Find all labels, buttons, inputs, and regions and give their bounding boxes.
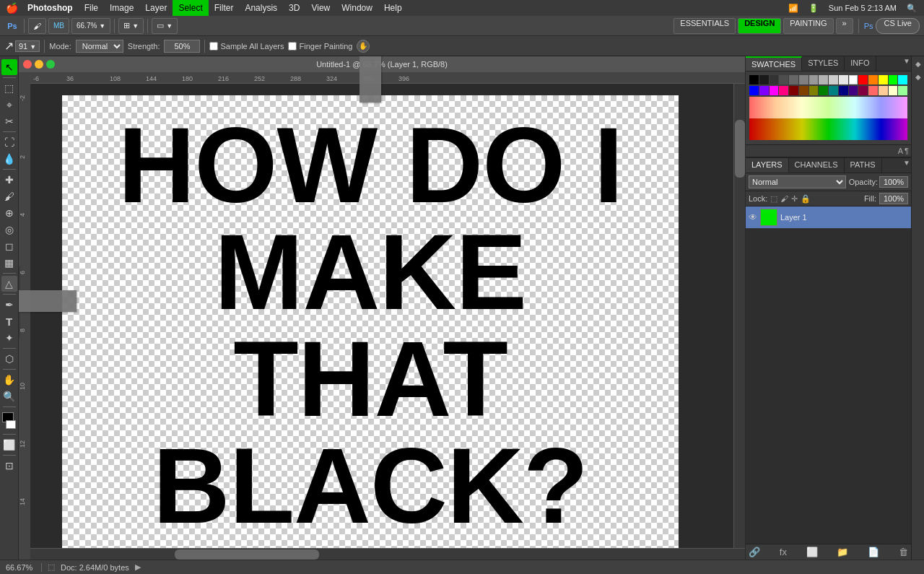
- panel-icon-2[interactable]: ¶: [905, 147, 909, 155]
- menu-image[interactable]: Image: [104, 0, 139, 16]
- swatch[interactable]: [759, 86, 769, 95]
- swatch[interactable]: [898, 86, 907, 95]
- swatch[interactable]: [770, 75, 779, 84]
- smudge-tool-icon[interactable]: ✋: [357, 40, 370, 53]
- finger-painting-checkbox[interactable]: [288, 42, 297, 51]
- swatch[interactable]: [789, 75, 798, 84]
- swatch[interactable]: [819, 75, 828, 84]
- menu-file[interactable]: File: [79, 0, 104, 16]
- brush-preset-picker[interactable]: 🖌: [28, 18, 46, 34]
- swatch[interactable]: [749, 75, 759, 84]
- menu-layer[interactable]: Layer: [139, 0, 173, 16]
- tool-healingbrush[interactable]: ✚: [1, 172, 17, 188]
- swatches-collapse[interactable]: ▼: [902, 56, 911, 65]
- lock-transparent-icon[interactable]: ⬚: [770, 194, 777, 204]
- lock-all-icon[interactable]: 🔒: [801, 194, 811, 204]
- tool-eraser[interactable]: ◻: [1, 238, 17, 254]
- tab-layers[interactable]: LAYERS: [746, 158, 789, 173]
- layer-visibility-eye[interactable]: 👁: [749, 212, 757, 222]
- layer-fx-btn[interactable]: fx: [780, 547, 787, 557]
- status-arrow[interactable]: ▶: [135, 562, 141, 572]
- tool-gradient[interactable]: ▦: [1, 255, 17, 271]
- swatch[interactable]: [759, 75, 769, 84]
- swatch[interactable]: [779, 75, 788, 84]
- swatch[interactable]: [770, 86, 779, 95]
- swatch[interactable]: [849, 86, 858, 95]
- tool-icon-smudge[interactable]: ↗: [4, 39, 14, 53]
- swatch[interactable]: [879, 86, 888, 95]
- maximize-btn[interactable]: [46, 60, 55, 69]
- menu-view[interactable]: View: [305, 0, 336, 16]
- swatch[interactable]: [858, 75, 868, 84]
- swatch[interactable]: [858, 86, 868, 95]
- collapse-layers[interactable]: ◆: [912, 71, 924, 82]
- search-icon[interactable]: 🔍: [904, 4, 920, 13]
- menu-window[interactable]: Window: [336, 0, 378, 16]
- toggle-quick-mask[interactable]: ⬜: [1, 437, 17, 453]
- mode-select[interactable]: Normal: [76, 40, 123, 53]
- new-layer-btn[interactable]: 📄: [868, 547, 879, 557]
- tool-brush[interactable]: 🖌: [1, 188, 17, 204]
- swatch[interactable]: [779, 86, 788, 95]
- swatch[interactable]: [809, 86, 819, 95]
- fill-input[interactable]: [879, 193, 908, 204]
- tool-quickselect[interactable]: ✂: [1, 113, 17, 129]
- strength-input[interactable]: [164, 40, 200, 53]
- swatch[interactable]: [829, 75, 838, 84]
- swatch[interactable]: [799, 86, 808, 95]
- blend-mode-select[interactable]: Normal: [749, 175, 846, 188]
- menu-3d[interactable]: 3D: [283, 0, 305, 16]
- swatch[interactable]: [799, 75, 808, 84]
- layers-collapse[interactable]: ▼: [902, 158, 911, 167]
- opacity-input[interactable]: [879, 176, 908, 188]
- tool-marquee[interactable]: ⬚: [1, 80, 17, 96]
- tab-info[interactable]: INFO: [845, 56, 876, 71]
- collapse-swatches[interactable]: ◆: [912, 58, 924, 69]
- swatch[interactable]: [839, 86, 848, 95]
- arrange-btn[interactable]: ⊞ ▼: [118, 18, 144, 34]
- sample-all-checkbox[interactable]: [209, 42, 218, 51]
- link-layers-btn[interactable]: 🔗: [749, 547, 760, 557]
- tool-zoom[interactable]: 🔍: [1, 388, 17, 404]
- tool-eyedropper[interactable]: 💧: [1, 151, 17, 167]
- lock-image-icon[interactable]: 🖌: [780, 194, 788, 203]
- tool-hand[interactable]: ✋: [1, 372, 17, 388]
- window-controls[interactable]: [23, 60, 55, 69]
- lock-position-icon[interactable]: ✛: [791, 194, 798, 204]
- size-display[interactable]: 66.7% ▼: [71, 18, 110, 34]
- swatch[interactable]: [829, 86, 838, 95]
- tool-move[interactable]: ↖: [1, 59, 17, 75]
- app-name[interactable]: Photoshop: [22, 0, 79, 16]
- layer-item-1[interactable]: 👁 Layer 1: [746, 206, 911, 229]
- delete-layer-btn[interactable]: 🗑: [899, 547, 908, 557]
- menu-help[interactable]: Help: [378, 0, 408, 16]
- swatch[interactable]: [898, 75, 907, 84]
- swatch[interactable]: [789, 86, 798, 95]
- swatch[interactable]: [819, 86, 828, 95]
- minimize-btn[interactable]: [35, 60, 43, 69]
- extra-btn[interactable]: ▭ ▼: [152, 18, 178, 34]
- design-btn[interactable]: DESIGN: [738, 18, 781, 34]
- sample-all-label[interactable]: Sample All Layers: [209, 42, 284, 51]
- screen-mode[interactable]: ⊡: [1, 458, 17, 474]
- tool-crop[interactable]: ⛶: [1, 134, 17, 150]
- cs-live-btn[interactable]: CS Live: [876, 18, 920, 34]
- menu-select[interactable]: Select: [173, 0, 208, 16]
- swatch[interactable]: [868, 75, 878, 84]
- tool-history[interactable]: ◎: [1, 222, 17, 238]
- menu-filter[interactable]: Filter: [209, 0, 240, 16]
- swatch[interactable]: [839, 75, 848, 84]
- swatch[interactable]: [879, 75, 888, 84]
- tool-lasso[interactable]: ⌖: [1, 97, 17, 113]
- finger-painting-label[interactable]: Finger Painting: [288, 42, 352, 51]
- tool-dodge[interactable]: △: [1, 276, 17, 292]
- mb-button[interactable]: MB: [48, 18, 69, 34]
- tool-path[interactable]: ✦: [1, 330, 17, 346]
- swatch[interactable]: [749, 86, 759, 95]
- navigate-btn[interactable]: ⬚: [48, 562, 55, 572]
- tab-swatches[interactable]: SWATCHES: [746, 56, 802, 71]
- vertical-scrollbar[interactable]: [733, 84, 745, 548]
- add-mask-btn[interactable]: ⬜: [806, 547, 818, 557]
- menu-analysis[interactable]: Analysis: [239, 0, 283, 16]
- tool-clone[interactable]: ⊕: [1, 205, 17, 221]
